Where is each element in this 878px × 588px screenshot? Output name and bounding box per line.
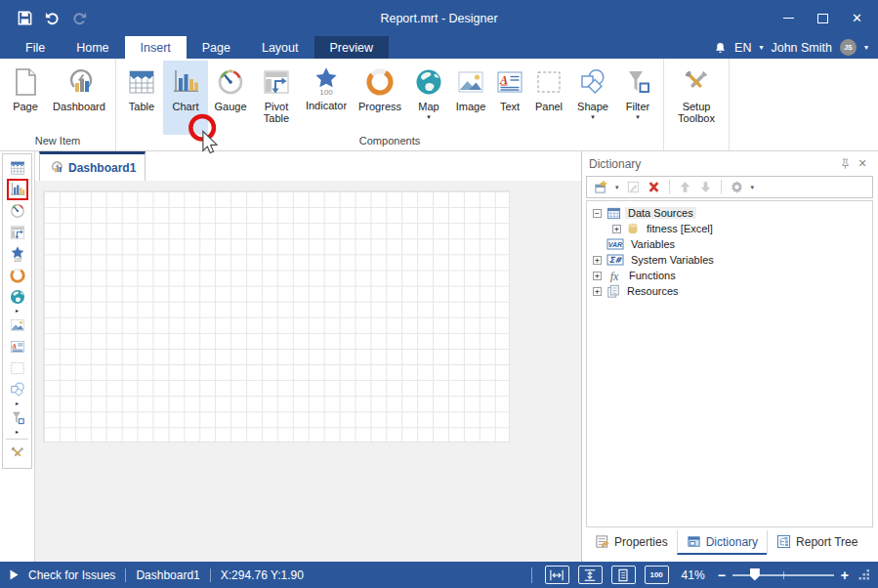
dashboard1-tab[interactable]: Dashboard1 (39, 151, 146, 181)
toolbox-text-button[interactable]: A (3, 336, 31, 357)
minimize-button[interactable] (772, 4, 806, 33)
zoom-page-width-button[interactable] (545, 566, 569, 584)
new-item-caret-icon[interactable]: ▾ (612, 184, 622, 191)
dictionary-toolbar: ▾ ▾ (586, 176, 873, 198)
zoom-100-button[interactable]: 100 (645, 566, 669, 584)
zoom-in-button[interactable]: + (841, 568, 849, 582)
zoom-whole-page-button[interactable] (611, 566, 636, 584)
tree-item-data-sources[interactable]: − Data Sources (587, 205, 872, 221)
toolbox-map-button[interactable] (3, 286, 31, 308)
user-name[interactable]: John Smith (771, 41, 832, 55)
tab-page[interactable]: Page (187, 36, 246, 59)
tab-file[interactable]: File (10, 36, 61, 59)
filter-submenu-arrow-icon[interactable]: ▸ (16, 429, 19, 436)
settings-button[interactable] (728, 180, 746, 194)
map-icon (9, 288, 26, 306)
gauge-icon (9, 202, 26, 220)
maximize-button[interactable] (806, 4, 840, 33)
gauge-button[interactable]: Gauge (208, 61, 253, 135)
tree-item-variables[interactable]: VAR Variables (587, 236, 872, 252)
toolbox-panel-button[interactable] (3, 357, 31, 379)
tab-preview[interactable]: Preview (314, 36, 389, 59)
toolbox-rail: 100 ▸ A ▸ ▸ (0, 151, 35, 562)
settings-caret-icon[interactable]: ▾ (748, 184, 758, 191)
text-button[interactable]: A Text (491, 61, 528, 135)
close-panel-button[interactable]: ✕ (854, 155, 871, 173)
setup-toolbox-icon (681, 66, 712, 98)
language-caret-icon[interactable]: ▾ (759, 44, 763, 52)
dashboard-button[interactable]: Dashboard (47, 61, 111, 135)
minimize-icon (783, 18, 794, 19)
undo-button[interactable] (44, 10, 61, 26)
edit-button[interactable] (624, 180, 643, 194)
close-button[interactable]: ✕ (840, 4, 874, 33)
map-submenu-arrow-icon[interactable]: ▸ (16, 308, 19, 315)
move-down-button[interactable] (696, 180, 715, 194)
save-button[interactable] (17, 10, 33, 26)
tab-dictionary[interactable]: Dictionary (677, 530, 767, 555)
toolbox-pivot-button[interactable] (3, 222, 31, 243)
delete-button[interactable] (645, 180, 663, 194)
pin-panel-button[interactable] (836, 155, 854, 173)
red-highlight-box (7, 179, 28, 200)
zoom-out-button[interactable]: − (718, 568, 726, 582)
tree-item-functions[interactable]: + fx Functions (587, 268, 872, 283)
chart-button[interactable]: Chart (163, 61, 208, 135)
tab-home[interactable]: Home (61, 36, 124, 59)
tab-properties[interactable]: Properties (586, 530, 677, 555)
shape-icon (577, 66, 608, 98)
zoom-page-height-button[interactable] (578, 566, 603, 584)
toolbox-shape-button[interactable] (3, 379, 31, 400)
check-issues-play-icon[interactable] (10, 569, 19, 580)
pivot-table-button[interactable]: Pivot Table (253, 61, 300, 135)
tab-insert[interactable]: Insert (125, 36, 187, 59)
expand-expander-icon[interactable]: + (593, 287, 602, 296)
user-avatar[interactable]: JS (840, 39, 857, 56)
expand-expander-icon[interactable]: + (612, 225, 621, 233)
tab-report-tree[interactable]: Report Tree (767, 530, 866, 555)
expand-expander-icon[interactable]: + (593, 272, 602, 280)
setup-toolbox-button[interactable]: Setup Toolbox (668, 61, 725, 136)
dashboard1-tab-label: Dashboard1 (68, 161, 136, 175)
toolbox-image-button[interactable] (3, 315, 31, 336)
page-button[interactable]: Page (4, 61, 47, 135)
toolbox-filter-button[interactable] (3, 407, 31, 429)
user-menu-caret-icon[interactable]: ▾ (864, 44, 868, 52)
progress-button[interactable]: Progress (353, 61, 407, 135)
delete-icon (647, 180, 661, 194)
zoom-slider-thumb[interactable] (750, 568, 760, 581)
window-title: Report.mrt - Designer (380, 12, 497, 25)
toolbox-chart-button[interactable] (3, 179, 31, 200)
svg-text:100: 100 (14, 258, 21, 263)
indicator-button[interactable]: 100 Indicator (300, 61, 353, 135)
tab-layout[interactable]: Layout (246, 36, 314, 59)
resize-grip[interactable] (857, 568, 870, 581)
shape-submenu-arrow-icon[interactable]: ▸ (16, 400, 19, 407)
panel-button[interactable]: Panel (528, 61, 569, 135)
new-item-button[interactable] (592, 180, 610, 194)
indicator-icon (312, 66, 341, 87)
toolbox-setup-button[interactable] (3, 442, 31, 464)
redo-button[interactable] (71, 10, 88, 26)
image-button[interactable]: Image (450, 61, 491, 135)
table-button[interactable]: Table (120, 61, 163, 135)
shape-button[interactable]: Shape ▾ (569, 61, 616, 135)
check-for-issues-button[interactable]: Check for Issues (28, 568, 115, 582)
filter-button[interactable]: Filter ▾ (616, 61, 659, 135)
toolbox-gauge-button[interactable] (3, 200, 31, 222)
expand-expander-icon[interactable]: + (593, 256, 602, 265)
dashboard-grid-page[interactable] (43, 190, 510, 442)
collapse-expander-icon[interactable]: − (593, 209, 602, 218)
tree-item-resources[interactable]: + Resources (587, 283, 872, 299)
toolbox-table-button[interactable] (3, 157, 31, 179)
tree-item-fitness[interactable]: + fitness [Excel] (587, 221, 872, 236)
toolbox-progress-button[interactable] (3, 265, 31, 286)
map-button[interactable]: Map ▾ (407, 61, 450, 135)
toolbox-indicator-button[interactable]: 100 (3, 243, 31, 265)
language-selector[interactable]: EN (734, 41, 751, 55)
zoom-slider-track[interactable] (732, 568, 834, 582)
move-up-button[interactable] (676, 180, 694, 194)
notifications-button[interactable] (714, 41, 727, 55)
edit-icon (626, 180, 641, 194)
tree-item-system-variables[interactable]: + Σ# System Variables (587, 252, 872, 268)
